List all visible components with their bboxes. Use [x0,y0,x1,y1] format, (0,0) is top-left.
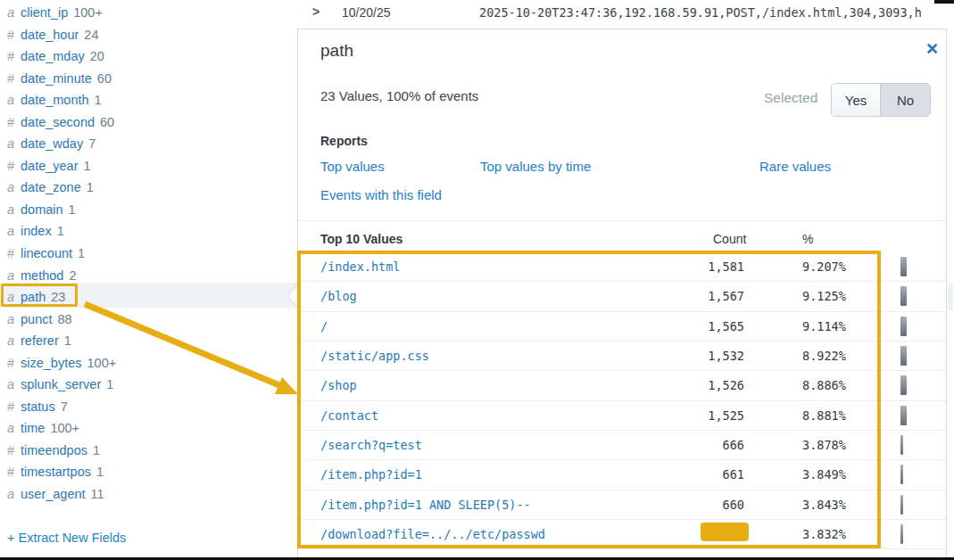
count-header: Count [713,232,746,246]
sidebar-field-date_wday[interactable]: adate_wday7 [0,133,297,155]
string-field-icon: a [7,483,21,506]
field-distinct-count: 1 [69,202,76,217]
value-link[interactable]: /item.php?id=1 AND SLEEP(5)-- [320,498,531,512]
value-link[interactable]: /contact [320,408,378,423]
value-percent: 9.125% [802,289,846,303]
sidebar-field-user_agent[interactable]: auser_agent11 [0,483,297,506]
sidebar-field-index[interactable]: aindex1 [0,220,297,243]
sidebar-field-referer[interactable]: areferer1 [0,330,297,352]
value-row-7: /search?q=test6663.878% [298,431,948,460]
sidebar-field-method[interactable]: amethod2 [0,265,297,287]
values-table-body: /index.html1,5819.207%/blog1,5679.125%/1… [298,252,948,549]
top-values-by-time-link[interactable]: Top values by time [480,159,591,174]
field-name[interactable]: method [21,268,63,283]
percent-header: % [802,232,813,246]
value-link[interactable]: /download?file=../../etc/passwd [320,527,545,541]
sidebar-field-date_year[interactable]: #date_year1 [0,155,297,177]
extract-new-fields-link[interactable]: + Extract New Fields [7,531,126,545]
value-percent: 8.881% [802,408,846,423]
reports-heading: Reports [320,134,368,148]
selected-no-button[interactable]: No [881,84,930,116]
field-name[interactable]: client_ip [21,5,68,20]
field-name[interactable]: splunk_server [21,377,101,391]
sidebar-field-timestartpos[interactable]: #timestartpos1 [0,461,297,483]
field-distinct-count: 60 [97,71,112,86]
value-percent: 8.922% [802,349,846,363]
sidebar-field-domain[interactable]: adomain1 [0,199,297,221]
sidebar-field-time[interactable]: atime100+ [0,417,297,440]
field-name[interactable]: referer [21,334,59,348]
field-name[interactable]: index [21,224,52,238]
field-name[interactable]: time [21,421,45,435]
field-name[interactable]: date_zone [21,180,81,194]
value-link[interactable]: / [320,319,328,334]
value-link[interactable]: /blog [320,289,357,303]
field-distinct-count: 1 [64,334,71,348]
selected-toggle: Yes No [831,83,931,117]
field-name[interactable]: size_bytes [21,356,82,370]
value-percent: 9.207% [802,259,846,274]
sidebar-field-date_month[interactable]: adate_month1 [0,89,297,111]
value-count: 660 [684,498,744,512]
sidebar-field-date_hour[interactable]: #date_hour24 [0,24,297,46]
field-info-popup: path ✕ 23 Values, 100% of events Selecte… [297,29,947,560]
sidebar-field-size_bytes[interactable]: #size_bytes100+ [0,352,297,375]
field-name[interactable]: date_month [21,93,89,107]
sidebar-field-timeendpos[interactable]: #timeendpos1 [0,440,297,462]
value-percent: 8.886% [802,378,846,392]
field-name[interactable]: domain [21,202,63,217]
string-field-icon: a [7,265,21,287]
selected-yes-button[interactable]: Yes [832,84,881,116]
field-name[interactable]: date_wday [21,136,83,151]
value-link[interactable]: /search?q=test [320,438,422,452]
fields-sidebar: aclient_ip100+#date_hour24#date_mday20#d… [0,0,297,560]
field-name[interactable]: date_year [21,159,79,173]
value-percent: 3.832% [802,527,846,541]
close-icon[interactable]: ✕ [925,40,939,58]
field-name[interactable]: timeendpos [21,443,87,457]
sidebar-field-punct[interactable]: apunct88 [0,309,297,331]
scrollbar-thumb[interactable] [948,284,953,310]
top-right-border-fragment [934,0,954,4]
value-row-8: /item.php?id=16613.849% [298,460,948,490]
sidebar-field-splunk_server[interactable]: asplunk_server1 [0,374,297,396]
field-name[interactable]: punct [21,312,52,326]
sidebar-field-date_second[interactable]: #date_second60 [0,111,297,134]
value-link[interactable]: /shop [320,378,357,392]
sidebar-field-date_mday[interactable]: #date_mday20 [0,45,297,68]
field-distinct-count: 1 [87,180,94,194]
field-name[interactable]: date_minute [21,71,92,86]
top-values-link[interactable]: Top values [320,159,385,174]
value-row-1: /index.html1,5819.207% [298,252,948,282]
sidebar-field-status[interactable]: #status7 [0,396,297,418]
value-link[interactable]: /item.php?id=1 [320,467,422,482]
field-name[interactable]: status [21,399,55,414]
value-row-9: /item.php?id=1 AND SLEEP(5)--6603.843% [298,490,948,520]
value-percent: 3.878% [802,438,846,452]
value-link[interactable]: /index.html [320,259,400,274]
field-name[interactable]: date_second [21,115,95,129]
sidebar-field-client_ip[interactable]: aclient_ip100+ [0,2,297,24]
field-name[interactable]: path [21,290,46,304]
field-name[interactable]: timestartpos [21,465,91,479]
sidebar-field-linecount[interactable]: #linecount1 [0,243,297,265]
field-name[interactable]: date_mday [21,49,85,63]
event-raw-text: 2025-10-20T23:47:36,192.168.59.91,POST,/… [479,5,922,20]
sidebar-field-date_minute[interactable]: #date_minute60 [0,68,297,90]
string-field-icon: a [7,133,21,155]
event-expand-chevron-icon[interactable]: > [312,4,319,19]
string-field-icon: a [7,89,21,111]
sidebar-field-path[interactable]: apath23 [0,286,297,309]
field-name[interactable]: linecount [21,246,72,260]
field-name[interactable]: user_agent [21,487,86,501]
rare-values-link[interactable]: Rare values [759,159,831,174]
value-link[interactable]: /static/app.css [320,349,429,363]
percent-bar [900,524,903,544]
numeric-field-icon: # [7,243,21,265]
value-row-6: /contact1,5258.881% [298,401,948,431]
field-name[interactable]: date_hour [21,28,79,42]
value-count: 1,581 [684,259,744,274]
value-percent: 9.114% [802,319,846,334]
sidebar-field-date_zone[interactable]: adate_zone1 [0,177,297,199]
events-with-this-field-link[interactable]: Events with this field [320,187,442,202]
